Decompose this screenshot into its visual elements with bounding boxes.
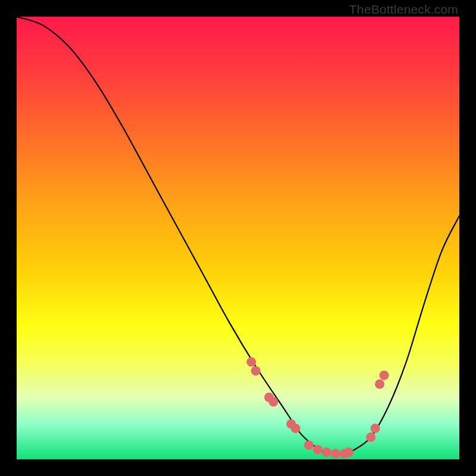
bottleneck-curve [17,17,459,455]
marker-point [380,371,389,380]
chart-svg [17,17,459,459]
marker-point [304,440,314,450]
marker-point [375,380,384,389]
marker-point [269,397,278,406]
marker-point [366,433,375,442]
marker-point [344,447,353,457]
marker-point [251,366,261,375]
marker-point [246,357,256,367]
marker-point [291,424,300,433]
marker-point [331,449,340,458]
marker-point [313,445,322,455]
watermark-text: TheBottleneck.com [349,2,458,17]
marker-point [371,424,380,433]
highlight-markers [246,357,389,458]
chart-plot-area [17,17,459,459]
marker-point [322,447,331,457]
